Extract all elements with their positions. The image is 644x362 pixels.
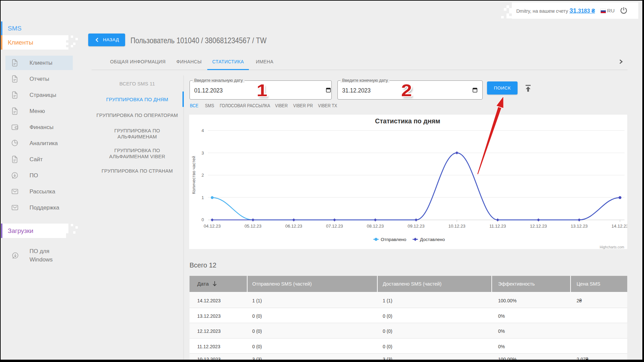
svg-text:3: 3 — [202, 150, 204, 156]
svg-text:11.12.23: 11.12.23 — [489, 224, 506, 229]
svg-text:12.12.23: 12.12.23 — [530, 224, 547, 229]
svg-text:08.12.23: 08.12.23 — [367, 224, 384, 229]
svg-text:06.12.23: 06.12.23 — [285, 224, 302, 229]
svg-text:Highcharts.com: Highcharts.com — [600, 245, 624, 249]
svg-text:07.12.23: 07.12.23 — [326, 224, 343, 229]
svg-text:1: 1 — [202, 195, 204, 200]
svg-text:05.12.23: 05.12.23 — [245, 224, 262, 229]
svg-text:14.12.23: 14.12.23 — [611, 224, 627, 229]
svg-text:4: 4 — [202, 128, 204, 133]
svg-text:2: 2 — [202, 173, 204, 178]
svg-text:0: 0 — [202, 217, 204, 222]
svg-text:10.12.23: 10.12.23 — [448, 224, 466, 229]
svg-text:Доставлено: Доставлено — [420, 237, 445, 242]
svg-text:13.12.23: 13.12.23 — [571, 224, 588, 229]
svg-text:04.12.23: 04.12.23 — [204, 224, 221, 229]
svg-text:Количество частей: Количество частей — [191, 156, 196, 194]
svg-text:09.12.23: 09.12.23 — [408, 224, 425, 229]
svg-text:Отправлено: Отправлено — [381, 237, 406, 242]
